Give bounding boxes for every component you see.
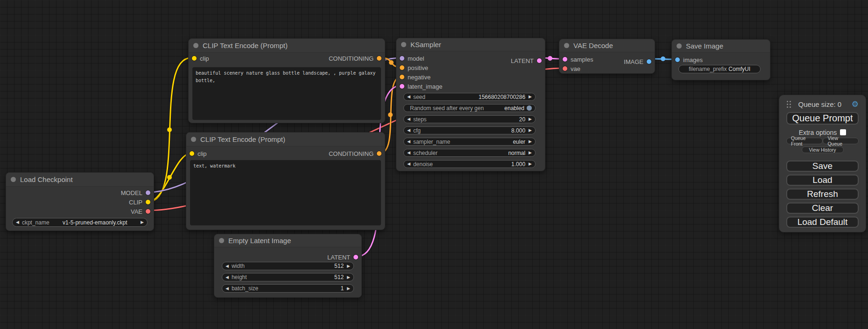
node-collapse-dot[interactable]	[193, 43, 198, 48]
widget-value: normal	[508, 150, 525, 156]
node-clip-text-encode-negative[interactable]: CLIP Text Encode (Prompt) clip CONDITION…	[186, 132, 385, 230]
increment-arrow-icon[interactable]: ▶	[529, 117, 532, 121]
node-load-checkpoint[interactable]: Load Checkpoint MODEL CLIP VAE ◀ ckpt_na…	[6, 172, 154, 231]
widget-seed[interactable]: ◀ seed 156680208700286 ▶	[403, 93, 536, 101]
queue-prompt-button[interactable]: Queue Prompt	[786, 112, 859, 125]
decrement-arrow-icon[interactable]: ◀	[407, 117, 410, 121]
input-slot-images: images	[672, 55, 770, 64]
increment-arrow-icon[interactable]: ▶	[529, 140, 532, 144]
node-clip-text-encode-positive[interactable]: CLIP Text Encode (Prompt) clip CONDITION…	[188, 38, 385, 123]
decrement-arrow-icon[interactable]: ◀	[226, 264, 229, 268]
widget-label: ckpt_name	[22, 219, 49, 226]
vae-input-port[interactable]	[563, 66, 567, 71]
node-title: KSampler	[410, 41, 441, 49]
node-vae-decode[interactable]: VAE Decode samples vae IMAGE	[559, 39, 655, 74]
widget-value: 512	[334, 263, 344, 269]
load-default-button[interactable]: Load Default	[786, 217, 859, 228]
increment-arrow-icon[interactable]: ▶	[347, 287, 350, 291]
decrement-arrow-icon[interactable]: ◀	[226, 275, 229, 280]
widget-batch-size[interactable]: ◀ batch_size 1 ▶	[222, 284, 354, 293]
conditioning-output-port[interactable]	[377, 151, 381, 156]
decrement-arrow-icon[interactable]: ◀	[16, 220, 19, 224]
latent-image-input-port[interactable]	[400, 84, 404, 89]
vae-output-port[interactable]	[146, 209, 150, 214]
positive-input-port[interactable]	[400, 65, 404, 70]
node-collapse-dot[interactable]	[677, 43, 682, 49]
node-graph-canvas[interactable]: Load Checkpoint MODEL CLIP VAE ◀ ckpt_na…	[0, 0, 868, 329]
node-header: VAE Decode	[559, 39, 655, 52]
widget-filename-prefix[interactable]: filename_prefix ComfyUI	[678, 65, 761, 73]
queue-front-button[interactable]: Queue Front	[786, 138, 823, 144]
widget-width[interactable]: ◀ width 512 ▶	[222, 262, 354, 270]
widget-label: width	[232, 263, 334, 269]
decrement-arrow-icon[interactable]: ◀	[407, 162, 410, 166]
node-collapse-dot[interactable]	[564, 43, 569, 48]
prompt-textarea[interactable]: beautiful scenery nature glass bottle la…	[192, 67, 381, 120]
decrement-arrow-icon[interactable]: ◀	[407, 140, 410, 144]
widget-height[interactable]: ◀ height 512 ▶	[222, 273, 354, 281]
widget-label: cfg	[413, 127, 511, 134]
node-save-image[interactable]: Save Image images filename_prefix ComfyU…	[671, 39, 770, 80]
load-button[interactable]: Load	[786, 175, 859, 186]
clip-input-port[interactable]	[192, 56, 197, 61]
widget-value: 1	[340, 285, 344, 292]
node-header: Load Checkpoint	[6, 173, 154, 187]
node-collapse-dot[interactable]	[401, 42, 406, 47]
image-output-port[interactable]	[647, 59, 651, 64]
widget-ckpt-name[interactable]: ◀ ckpt_name v1-5-pruned-emaonly.ckpt ▶	[12, 218, 148, 227]
clip-output-port[interactable]	[146, 200, 150, 204]
increment-arrow-icon[interactable]: ▶	[529, 162, 532, 166]
clear-button[interactable]: Clear	[786, 203, 859, 214]
conditioning-output-port[interactable]	[377, 56, 381, 61]
output-slot-latent: LATENT	[214, 252, 361, 262]
prompt-textarea[interactable]: text, watermark	[190, 160, 381, 225]
toggle-dot[interactable]	[527, 105, 532, 111]
widget-value: v1-5-pruned-emaonly.ckpt	[49, 219, 141, 226]
widget-value: 512	[334, 274, 344, 280]
negative-input-port[interactable]	[400, 75, 404, 79]
save-button[interactable]: Save	[786, 161, 859, 172]
latent-output-port[interactable]	[353, 255, 358, 259]
samples-input-port[interactable]	[563, 57, 567, 62]
node-collapse-dot[interactable]	[11, 177, 16, 182]
decrement-arrow-icon[interactable]: ◀	[407, 95, 410, 99]
increment-arrow-icon[interactable]: ▶	[529, 95, 532, 99]
widget-denoise[interactable]: ◀ denoise 1.000 ▶	[403, 160, 536, 168]
node-header: Empty Latent Image	[214, 234, 361, 247]
input-slot-latent-image: latent_image	[396, 82, 545, 91]
images-input-port[interactable]	[675, 57, 680, 62]
widget-label: scheduler	[413, 150, 508, 156]
widget-scheduler[interactable]: ◀ scheduler normal ▶	[403, 149, 536, 157]
node-collapse-dot[interactable]	[191, 137, 196, 142]
decrement-arrow-icon[interactable]: ◀	[226, 287, 229, 291]
increment-arrow-icon[interactable]: ▶	[347, 264, 350, 268]
node-empty-latent-image[interactable]: Empty Latent Image LATENT ◀ width 512 ▶ …	[214, 234, 362, 298]
node-title: VAE Decode	[573, 42, 613, 49]
node-collapse-dot[interactable]	[219, 238, 224, 243]
view-queue-button[interactable]: View Queue	[823, 138, 859, 144]
latent-output-port[interactable]	[537, 58, 542, 63]
settings-gear-icon[interactable]: ⚙	[852, 100, 859, 108]
refresh-button[interactable]: Refresh	[786, 189, 859, 200]
extra-options-checkbox[interactable]	[840, 129, 846, 135]
increment-arrow-icon[interactable]: ▶	[529, 151, 532, 155]
widget-random-seed-toggle[interactable]: Random seed after every gen enabled	[403, 104, 536, 112]
decrement-arrow-icon[interactable]: ◀	[407, 128, 410, 133]
clip-input-port[interactable]	[190, 151, 194, 156]
widget-label: batch_size	[232, 285, 340, 292]
widget-value: 156680208700286	[479, 94, 525, 100]
view-history-button[interactable]: View History	[802, 147, 844, 153]
widget-steps[interactable]: ◀ steps 20 ▶	[403, 115, 536, 123]
model-output-port[interactable]	[146, 190, 150, 195]
output-slot-latent: LATENT	[508, 56, 545, 65]
increment-arrow-icon[interactable]: ▶	[529, 128, 532, 133]
increment-arrow-icon[interactable]: ▶	[347, 275, 350, 280]
increment-arrow-icon[interactable]: ▶	[141, 220, 144, 224]
widget-sampler-name[interactable]: ◀ sampler_name euler ▶	[403, 138, 536, 146]
decrement-arrow-icon[interactable]: ◀	[407, 151, 410, 155]
node-ksampler[interactable]: KSampler model positive negative latent_…	[396, 38, 545, 171]
model-input-port[interactable]	[400, 56, 404, 61]
widget-label: seed	[413, 94, 479, 100]
input-slot-negative: negative	[396, 72, 545, 82]
widget-cfg[interactable]: ◀ cfg 8.000 ▶	[403, 126, 536, 134]
